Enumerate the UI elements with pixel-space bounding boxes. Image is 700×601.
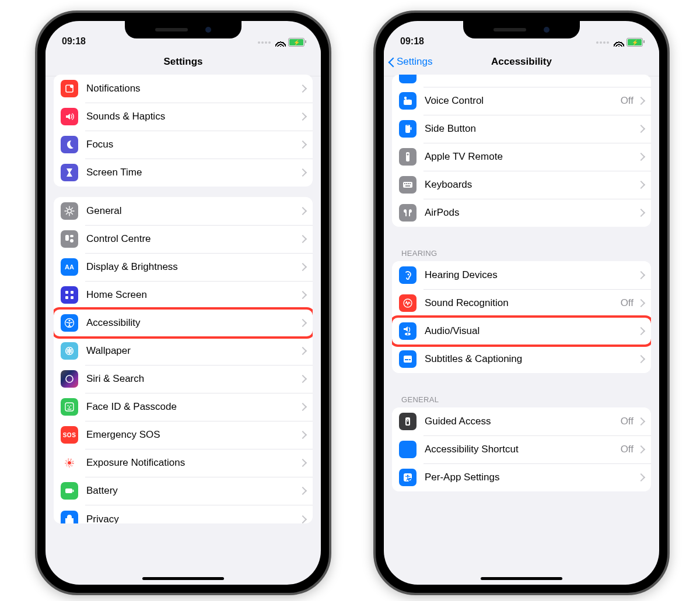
chevron-right-icon (300, 263, 304, 271)
chevron-right-icon (300, 235, 304, 243)
row-notifications[interactable]: Notifications (54, 75, 313, 103)
chevron-right-icon (638, 299, 643, 307)
row-privacy[interactable]: Privacy (54, 505, 313, 523)
row-label: Notifications (86, 83, 300, 94)
chevron-right-icon (300, 85, 304, 93)
home-screen-icon (61, 286, 78, 304)
row-label: Screen Time (86, 167, 300, 178)
wallpaper-icon (61, 342, 78, 360)
home-indicator[interactable] (142, 577, 224, 580)
row-display[interactable]: Display & Brightness (54, 253, 313, 281)
chevron-right-icon (638, 209, 643, 217)
row-voice-control[interactable]: Voice ControlOff (392, 87, 651, 115)
exposure-icon (61, 454, 78, 472)
chevron-right-icon (300, 459, 304, 467)
section-header-hearing: Hearing (392, 237, 651, 261)
row-faceid[interactable]: Face ID & Passcode (54, 393, 313, 421)
back-label: Settings (397, 56, 432, 68)
row-label: Battery (86, 485, 300, 497)
guided-icon (399, 413, 416, 430)
settings-list[interactable]: NotificationsSounds & HapticsFocusScreen… (46, 75, 321, 585)
row-exposure[interactable]: Exposure Notifications (54, 449, 313, 477)
accessibility-icon (61, 314, 78, 332)
chevron-right-icon (300, 319, 304, 327)
subtitles-icon (399, 350, 416, 368)
row-home-screen[interactable]: Home Screen (54, 281, 313, 309)
row-label: Voice Control (425, 95, 621, 107)
sound-recog-icon (399, 294, 416, 312)
row-airpods[interactable]: AirPods (392, 199, 651, 227)
iphone-mock-left: 09:18 Settings NotificationsSounds & Hap… (35, 10, 331, 595)
row-label: General (86, 205, 300, 217)
row-label: Sound Recognition (425, 297, 621, 309)
status-time: 09:18 (62, 36, 86, 47)
voice-control-icon (399, 92, 416, 110)
notch (463, 21, 580, 38)
chevron-right-icon (300, 347, 304, 355)
row-label: Guided Access (425, 416, 621, 427)
privacy-icon (61, 511, 78, 523)
row-label: AirPods (425, 207, 638, 219)
row-hearing-dev[interactable]: Hearing Devices (392, 261, 651, 289)
row-wallpaper[interactable]: Wallpaper (54, 337, 313, 365)
notifications-icon (61, 80, 78, 97)
row-sos[interactable]: SOSEmergency SOS (54, 421, 313, 449)
nav-bar: Settings Accessibility (384, 48, 659, 76)
row-subtitles[interactable]: Subtitles & Captioning (392, 345, 651, 373)
row-audio-visual[interactable]: Audio/Visual (392, 317, 651, 345)
chevron-right-icon (300, 207, 304, 215)
row-shortcut[interactable]: Accessibility ShortcutOff (392, 435, 651, 463)
notch (125, 21, 242, 38)
chevron-right-icon (638, 181, 643, 189)
nav-bar: Settings (46, 48, 321, 76)
row-screen-time[interactable]: Screen Time (54, 159, 313, 187)
row-focus[interactable]: Focus (54, 131, 313, 159)
control-centre-icon (61, 230, 78, 248)
row-label: Siri & Search (86, 373, 300, 385)
chevron-right-icon (300, 168, 304, 177)
home-indicator[interactable] (481, 577, 562, 580)
section-header-general: General (392, 384, 651, 407)
battery-icon (61, 482, 78, 500)
row-keyboards[interactable]: Keyboards (392, 171, 651, 199)
cellular-icon (258, 41, 271, 44)
chevron-right-icon (638, 271, 643, 279)
chevron-right-icon (300, 113, 304, 121)
chevron-right-icon (300, 291, 304, 299)
row-guided[interactable]: Guided AccessOff (392, 407, 651, 435)
chevron-right-icon (638, 153, 643, 161)
row-accessibility[interactable]: Accessibility (54, 309, 313, 337)
back-button[interactable]: Settings (384, 56, 432, 68)
row-sounds[interactable]: Sounds & Haptics (54, 103, 313, 131)
chevron-left-icon (388, 56, 396, 68)
tv-remote-icon (399, 148, 416, 166)
row-value: Off (621, 416, 634, 427)
row-label: Per-App Settings (425, 472, 638, 483)
row-side-button[interactable]: Side Button (392, 115, 651, 143)
row-general[interactable]: General (54, 197, 313, 225)
battery-icon (626, 38, 643, 47)
sounds-icon (61, 108, 78, 125)
row-tv-remote[interactable]: Apple TV Remote (392, 143, 651, 171)
chevron-right-icon (300, 431, 304, 439)
row-value: Off (621, 95, 634, 107)
row-label: Sounds & Haptics (86, 111, 300, 122)
chevron-right-icon (638, 355, 643, 363)
row-label: Side Button (425, 123, 638, 135)
chevron-right-icon (300, 487, 304, 495)
row-label: Home Screen (86, 289, 300, 301)
chevron-right-icon (300, 375, 304, 383)
per-app-icon (399, 469, 416, 486)
row-control-centre[interactable]: Control Centre (54, 225, 313, 253)
accessibility-list[interactable]: Voice ControlOffSide ButtonApple TV Remo… (384, 75, 659, 585)
row-label: Face ID & Passcode (86, 401, 300, 413)
row-label: Audio/Visual (425, 325, 638, 337)
battery-icon (288, 38, 304, 47)
row-sound-recog[interactable]: Sound RecognitionOff (392, 289, 651, 317)
row-battery[interactable]: Battery (54, 477, 313, 505)
row-per-app[interactable]: Per-App Settings (392, 463, 651, 491)
row-siri[interactable]: Siri & Search (54, 365, 313, 393)
wifi-icon (614, 38, 624, 47)
shortcut-icon (399, 441, 416, 458)
row-label: Accessibility (86, 317, 300, 329)
